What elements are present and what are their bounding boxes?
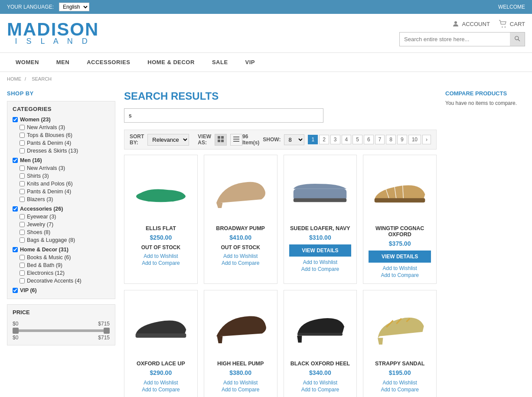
category-item[interactable]: Dresses & Skirts (13) [13, 147, 110, 155]
category-item[interactable]: New Arrivals (3) [13, 164, 110, 172]
add-to-wishlist-link[interactable]: Add to Wishlist [222, 253, 259, 259]
search-input[interactable] [400, 33, 510, 46]
add-to-compare-link[interactable]: Add to Compare [381, 387, 418, 393]
breadcrumb: HOME / SEARCH [0, 72, 532, 86]
add-to-compare-link[interactable]: Add to Compare [222, 387, 259, 393]
language-select[interactable]: English [59, 3, 89, 11]
category-item[interactable]: Shirts (3) [13, 172, 110, 180]
page-10[interactable]: 10 [408, 135, 421, 144]
add-to-wishlist-link[interactable]: Add to Wishlist [301, 380, 339, 386]
product-image [209, 160, 272, 221]
category-item[interactable]: VIP (6) [13, 286, 110, 294]
page-3[interactable]: 3 [330, 135, 340, 144]
add-to-compare-link[interactable]: Add to Compare [142, 260, 180, 266]
svg-rect-19 [136, 333, 186, 338]
search-content: SEARCH RESULTS SORT BY: Relevance Name P… [124, 90, 437, 397]
page-1[interactable]: 1 [308, 135, 318, 144]
add-to-wishlist-link[interactable]: Add to Wishlist [142, 253, 180, 259]
out-of-stock-label: OUT OF STOCK [221, 244, 260, 251]
add-to-wishlist-link[interactable]: Add to Wishlist [381, 265, 418, 271]
cart-icon [499, 20, 507, 28]
category-item[interactable]: Jewelry (7) [13, 221, 110, 228]
compare-text: You have no items to compare. [445, 100, 532, 106]
page-6[interactable]: 6 [364, 135, 374, 144]
price-box: PRICE $0 $715 $0 $715 [7, 304, 115, 345]
nav-home-decor[interactable]: HOME & DECOR [139, 53, 203, 72]
page-8[interactable]: 8 [386, 135, 396, 144]
price-handle-right[interactable] [104, 328, 110, 334]
account-link[interactable]: ACCOUNT [452, 20, 490, 28]
show-select[interactable]: 8 16 24 [284, 134, 304, 145]
breadcrumb-home[interactable]: HOME [7, 76, 21, 81]
price-slider[interactable] [13, 329, 110, 332]
search-query-input[interactable] [124, 108, 323, 123]
category-item[interactable]: Accessories (26) [13, 205, 110, 213]
page-9[interactable]: 9 [397, 135, 407, 144]
items-count: 96 Item(s) [242, 133, 259, 146]
page-4[interactable]: 4 [342, 135, 352, 144]
breadcrumb-current: SEARCH [32, 76, 52, 81]
category-item[interactable]: Bed & Bath (9) [13, 261, 110, 269]
compare-title: COMPARE PRODUCTS [445, 90, 532, 97]
svg-rect-15 [375, 198, 425, 202]
category-item[interactable]: Home & Decor (31) [13, 246, 110, 254]
nav-women[interactable]: WOMEN [7, 53, 48, 72]
page-7[interactable]: 7 [375, 135, 385, 144]
product-card: ELLIS FLAT$250.00OUT OF STOCKAdd to Wish… [124, 155, 198, 284]
add-to-wishlist-link[interactable]: Add to Wishlist [381, 380, 418, 386]
search-icon [514, 36, 520, 42]
category-item[interactable]: Men (16) [13, 156, 110, 164]
add-to-compare-link[interactable]: Add to Compare [381, 272, 418, 278]
category-item[interactable]: Bags & Luggage (8) [13, 236, 110, 244]
price-handle-left[interactable] [13, 328, 19, 334]
product-name: OXFORD LACE UP [137, 361, 185, 367]
nav-accessories[interactable]: ACCESSORIES [78, 53, 139, 72]
cart-label: CART [510, 21, 525, 27]
main-nav: WOMEN MEN ACCESSORIES HOME & DECOR SALE … [0, 53, 532, 72]
welcome-text: WELCOME [498, 4, 525, 10]
nav-men[interactable]: MEN [48, 53, 78, 72]
cart-link[interactable]: CART [499, 20, 525, 28]
page-next[interactable]: › [422, 135, 431, 144]
category-item[interactable]: Pants & Denim (4) [13, 188, 110, 195]
svg-rect-5 [218, 136, 220, 139]
category-item[interactable]: Eyewear (3) [13, 213, 110, 221]
nav-vip[interactable]: VIP [237, 53, 264, 72]
add-to-wishlist-link[interactable]: Add to Wishlist [142, 380, 180, 386]
page-5[interactable]: 5 [352, 135, 362, 144]
product-price: $380.00 [229, 369, 251, 376]
category-item[interactable]: Blazers (3) [13, 195, 110, 203]
view-list-button[interactable] [230, 134, 242, 146]
add-to-wishlist-link[interactable]: Add to Wishlist [301, 259, 339, 265]
toolbar-left: SORT BY: Relevance Name Price VIEW AS: [130, 133, 242, 146]
category-item[interactable]: Tops & Blouses (6) [13, 131, 110, 139]
logo[interactable]: MADISON I S L A N D [7, 20, 99, 46]
add-to-wishlist-link[interactable]: Add to Wishlist [222, 380, 259, 386]
view-details-button[interactable]: VIEW DETAILS [289, 244, 352, 257]
breadcrumb-separator: / [25, 76, 26, 81]
add-to-compare-link[interactable]: Add to Compare [301, 266, 339, 272]
view-grid-button[interactable] [215, 134, 227, 146]
add-to-compare-link[interactable]: Add to Compare [222, 260, 259, 266]
add-to-compare-link[interactable]: Add to Compare [142, 387, 180, 393]
nav-sale[interactable]: SALE [203, 53, 237, 72]
add-to-compare-link[interactable]: Add to Compare [301, 387, 339, 393]
search-button[interactable] [510, 33, 525, 46]
grid-icon [218, 136, 224, 142]
category-item[interactable]: Shoes (8) [13, 228, 110, 236]
category-item[interactable]: Books & Music (6) [13, 254, 110, 261]
category-item[interactable]: Knits and Polos (6) [13, 180, 110, 188]
category-item[interactable]: Decorative Accents (4) [13, 277, 110, 285]
category-item[interactable]: Electronics (12) [13, 269, 110, 277]
product-price: $290.00 [150, 369, 172, 376]
category-item[interactable]: New Arrivals (3) [13, 124, 110, 131]
page-2[interactable]: 2 [319, 135, 329, 144]
category-item[interactable]: Women (23) [13, 116, 110, 124]
product-grid: ELLIS FLAT$250.00OUT OF STOCKAdd to Wish… [124, 155, 437, 397]
category-item[interactable]: Pants & Denim (4) [13, 139, 110, 147]
sort-select[interactable]: Relevance Name Price [147, 134, 189, 146]
product-name: ELLIS FLAT [146, 225, 176, 231]
search-results-title: SEARCH RESULTS [124, 90, 437, 102]
view-details-button[interactable]: VIEW DETAILS [369, 251, 431, 263]
header: MADISON I S L A N D ACCOUNT CART [0, 14, 532, 53]
